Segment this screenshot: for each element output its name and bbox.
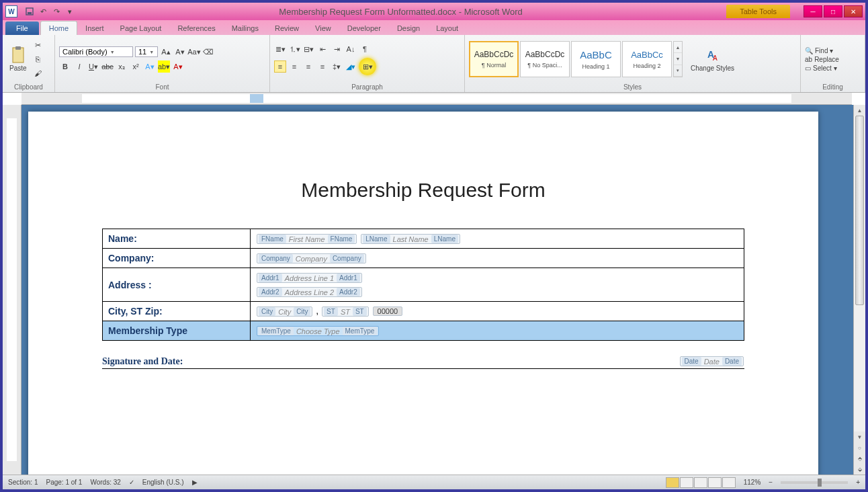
zoom-level[interactable]: 112% [744,479,761,486]
content-control-addr2[interactable]: Addr2Address Line 2Addr2 [257,287,362,297]
next-page-icon[interactable]: ⬙ [854,464,865,475]
scroll-thumb[interactable] [855,116,864,305]
zoom-in-icon[interactable]: + [856,479,860,486]
content-control-fname[interactable]: FNameFirst NameFName [257,234,357,244]
font-name-combo[interactable]: Calibri (Body)▼ [59,46,133,57]
tab-insert[interactable]: Insert [77,22,112,35]
status-page[interactable]: Page: 1 of 1 [46,479,82,486]
change-case-icon[interactable]: Aa▾ [188,46,200,58]
superscript-button[interactable]: x² [130,60,142,73]
content-control-city[interactable]: CityCityCity [257,306,312,317]
italic-button[interactable]: I [73,60,85,73]
style-normal[interactable]: AaBbCcDc¶ Normal [469,41,519,77]
page[interactable]: Membership Request Form Name: FNameFirst… [28,112,818,475]
horizontal-ruler[interactable] [21,93,852,105]
tab-mailings[interactable]: Mailings [224,22,267,35]
show-marks-icon[interactable]: ¶ [359,43,371,55]
copy-icon[interactable]: ⎘ [32,53,44,65]
content-control-company[interactable]: CompanyCompanyCompany [257,253,366,263]
sort-icon[interactable]: A↓ [345,43,357,55]
tab-page-layout[interactable]: Page Layout [112,22,170,35]
print-layout-view[interactable] [666,477,679,488]
tab-view[interactable]: View [307,22,339,35]
web-layout-view[interactable] [694,477,707,488]
multilevel-list-icon[interactable]: ⊟▾ [302,43,314,55]
scroll-track[interactable] [854,116,865,432]
content-control-zip[interactable]: 00000 [373,306,403,316]
style-heading-1[interactable]: AaBbCHeading 1 [571,41,621,77]
tab-home[interactable]: Home [40,21,77,35]
scroll-down-icon[interactable]: ▼ [854,432,865,442]
save-icon[interactable] [24,6,35,17]
content-control-memtype[interactable]: MemTypeChoose TypeMemType [257,326,379,336]
align-left-button[interactable]: ≡ [274,60,286,73]
minimize-button[interactable]: ─ [804,5,822,17]
content-control-lname[interactable]: LNameLast NameLName [361,234,460,244]
macro-icon[interactable]: ▶ [192,479,198,486]
justify-button[interactable]: ≡ [316,60,329,73]
select-button[interactable]: ▭Select▾ [805,65,839,72]
text-effects-icon[interactable]: A▾ [144,60,156,73]
scroll-up-icon[interactable]: ▲ [854,105,865,116]
qat-dropdown-icon[interactable]: ▾ [64,6,75,17]
format-painter-icon[interactable]: 🖌 [32,67,44,79]
change-styles-button[interactable]: AA Change Styles [688,46,737,73]
decrease-indent-icon[interactable]: ⇤ [316,43,329,55]
align-center-button[interactable]: ≡ [288,60,300,73]
fullscreen-view[interactable] [680,477,693,488]
content-control-addr1[interactable]: Addr1Address Line 1Addr1 [257,273,362,283]
zoom-out-icon[interactable]: − [769,479,773,486]
browse-object-icon[interactable]: ○ [854,442,865,453]
zoom-slider[interactable] [781,481,848,484]
status-words[interactable]: Words: 32 [90,479,120,486]
cell-memtype[interactable]: MemTypeChoose TypeMemType [251,321,744,341]
draft-view[interactable] [722,477,736,488]
proofing-icon[interactable]: ✓ [129,479,134,486]
font-size-combo[interactable]: 11▼ [135,46,158,57]
style-heading-2[interactable]: AaBbCcHeading 2 [622,41,672,77]
file-tab[interactable]: File [5,22,39,35]
content-control-date[interactable]: DateDateDate [680,356,744,366]
highlight-icon[interactable]: ab▾ [158,60,170,73]
undo-icon[interactable]: ↶ [38,6,48,17]
tab-design[interactable]: Design [389,22,428,35]
paste-button[interactable]: Paste [7,46,30,73]
tab-review[interactable]: Review [267,22,307,35]
numbering-icon[interactable]: ⒈▾ [288,43,300,55]
underline-button[interactable]: U▾ [87,60,99,73]
tab-layout[interactable]: Layout [428,22,466,35]
cell-company[interactable]: CompanyCompanyCompany [251,249,744,268]
chevron-down-icon[interactable]: ▼ [674,53,682,65]
shrink-font-icon[interactable]: A▾ [174,46,186,58]
maximize-button[interactable]: □ [824,5,842,17]
document-scroll[interactable]: Membership Request Form Name: FNameFirst… [21,105,853,475]
line-spacing-icon[interactable]: ‡▾ [331,60,343,73]
content-control-state[interactable]: STSTST [322,306,369,317]
close-button[interactable]: ✕ [844,5,863,17]
vertical-ruler[interactable] [3,105,21,475]
replace-button[interactable]: abReplace [805,56,839,63]
vertical-scrollbar[interactable]: ▲ ▼ ○ ⬘ ⬙ [853,105,865,475]
find-button[interactable]: 🔍Find▾ [805,47,839,54]
cell-city[interactable]: CityCityCity , STSTST 00000 [251,302,744,321]
chevron-up-icon[interactable]: ▲ [674,42,682,53]
status-section[interactable]: Section: 1 [8,479,38,486]
redo-icon[interactable]: ↷ [51,6,62,17]
zoom-handle[interactable] [818,479,822,487]
cell-name[interactable]: FNameFirst NameFName LNameLast NameLName [251,229,744,249]
styles-scroll[interactable]: ▲▼▾ [673,41,683,77]
status-language[interactable]: English (U.S.) [142,479,184,486]
grow-font-icon[interactable]: A▴ [160,46,172,58]
cell-address[interactable]: Addr1Address Line 1Addr1 Addr2Address Li… [251,268,744,302]
font-color-icon[interactable]: A▾ [172,60,184,73]
outline-view[interactable] [708,477,722,488]
shading-icon[interactable]: ◢▾ [345,60,357,73]
tab-developer[interactable]: Developer [339,22,389,35]
borders-button[interactable]: ⊞▾ [359,58,376,75]
cut-icon[interactable]: ✂ [32,39,44,51]
bullets-icon[interactable]: ≣▾ [274,43,286,55]
clear-formatting-icon[interactable]: ⌫ [202,46,214,58]
strikethrough-button[interactable]: abc [101,60,114,73]
subscript-button[interactable]: x₂ [116,60,128,73]
tab-references[interactable]: References [169,22,223,35]
